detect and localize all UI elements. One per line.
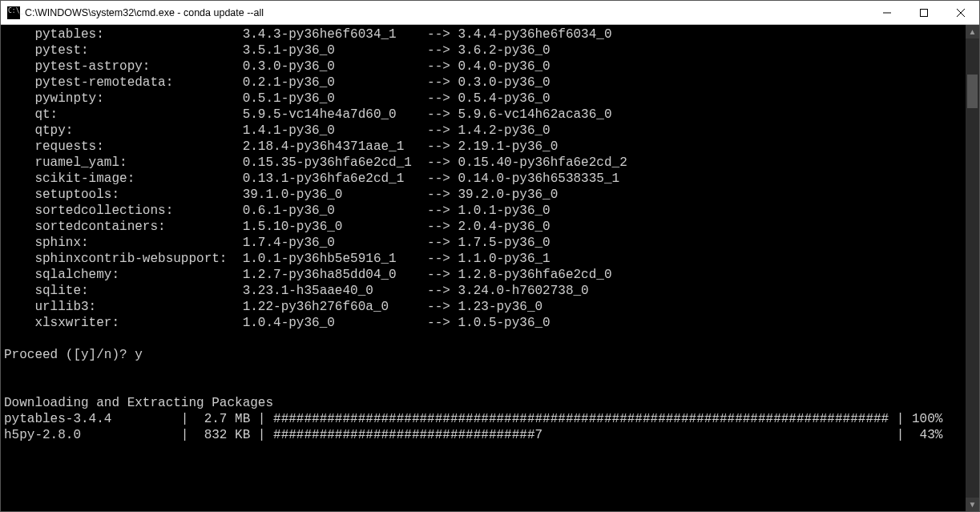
- svg-rect-1: [921, 9, 928, 16]
- cmd-icon: [7, 6, 20, 19]
- close-button[interactable]: [942, 1, 979, 25]
- scroll-up-button[interactable]: ▲: [966, 25, 979, 38]
- window-frame: C:\WINDOWS\system32\cmd.exe - conda upda…: [0, 0, 980, 512]
- scroll-down-button[interactable]: ▼: [966, 498, 979, 511]
- minimize-button[interactable]: [869, 1, 905, 25]
- terminal-area: pytables: 3.4.3-py36he6f6034_1 --> 3.4.4…: [1, 25, 979, 511]
- maximize-button[interactable]: [905, 1, 942, 25]
- window-titlebar[interactable]: C:\WINDOWS\system32\cmd.exe - conda upda…: [1, 1, 979, 25]
- terminal-output[interactable]: pytables: 3.4.3-py36he6f6034_1 --> 3.4.4…: [1, 25, 966, 511]
- vertical-scrollbar[interactable]: ▲ ▼: [966, 25, 979, 511]
- scroll-thumb[interactable]: [967, 75, 978, 108]
- window-title: C:\WINDOWS\system32\cmd.exe - conda upda…: [25, 7, 264, 18]
